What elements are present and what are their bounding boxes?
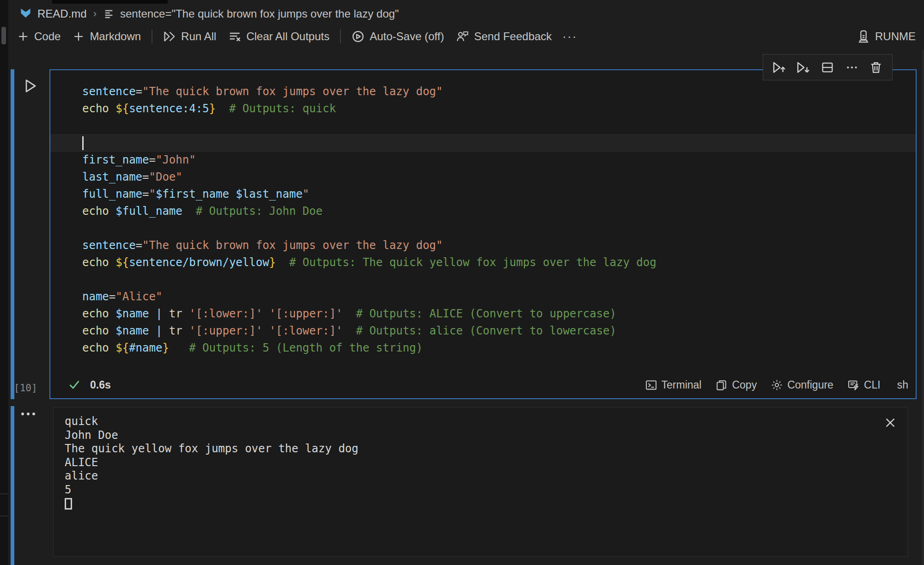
success-check-icon bbox=[68, 378, 81, 391]
code-cell: sentence="The quick brown fox jumps over… bbox=[49, 69, 917, 399]
code-line: echo ${#name} # Outputs: 5 (Length of th… bbox=[50, 340, 916, 357]
scrollbar-gutter[interactable] bbox=[922, 50, 924, 565]
language-picker[interactable]: sh bbox=[894, 379, 908, 391]
output-cursor bbox=[65, 498, 72, 510]
scrollbar-thumb[interactable] bbox=[1, 27, 6, 44]
close-output-icon[interactable] bbox=[883, 416, 897, 430]
breadcrumb-symbol[interactable]: sentence="The quick brown fox jumps over… bbox=[120, 7, 399, 20]
code-line: echo $full_name # Outputs: John Doe bbox=[50, 203, 916, 220]
code-line: name="Alice" bbox=[50, 288, 916, 305]
breadcrumb-file[interactable]: READ.md bbox=[37, 7, 87, 20]
toolbar-divider bbox=[152, 30, 152, 43]
add-code-button[interactable]: Code bbox=[11, 28, 67, 45]
code-line: first_name="John" bbox=[50, 152, 916, 169]
code-line: sentence="The quick brown fox jumps over… bbox=[50, 83, 916, 100]
symbol-list-icon bbox=[103, 8, 115, 20]
cli-lightning-icon bbox=[847, 379, 860, 391]
cli-button[interactable]: CLI bbox=[847, 379, 881, 391]
tab-strip-sliver bbox=[52, 0, 168, 4]
runme-notebook-window: READ.md › sentence="The quick brown fox … bbox=[0, 0, 924, 565]
runme-arrow-icon bbox=[19, 8, 32, 20]
send-feedback-button[interactable]: Send Feedback bbox=[450, 28, 558, 45]
cell-more-button[interactable] bbox=[844, 60, 860, 75]
code-line bbox=[50, 117, 916, 134]
code-line: full_name="$first_name $last_name" bbox=[50, 186, 916, 203]
cell-editor[interactable]: sentence="The quick brown fox jumps over… bbox=[50, 83, 916, 357]
execute-above-button[interactable] bbox=[772, 60, 787, 75]
terminal-button[interactable]: Terminal bbox=[645, 379, 702, 391]
toolbar-more-button[interactable]: ··· bbox=[558, 28, 582, 46]
toolbar-divider bbox=[340, 30, 341, 43]
notebook-toolbar: Code Markdown Run All Clear bbox=[11, 25, 918, 48]
output-line: quick bbox=[65, 415, 359, 429]
code-line bbox=[50, 220, 916, 237]
execution-count: [10] bbox=[14, 383, 37, 394]
output-line: John Doe bbox=[65, 429, 359, 443]
run-all-icon bbox=[163, 30, 176, 43]
copy-button[interactable]: Copy bbox=[715, 379, 757, 391]
plus-icon bbox=[73, 30, 85, 43]
clear-outputs-icon bbox=[228, 30, 241, 43]
execute-below-button[interactable] bbox=[796, 60, 811, 75]
code-line: sentence="The quick brown fox jumps over… bbox=[50, 237, 916, 254]
output-focus-indicator[interactable] bbox=[11, 406, 14, 565]
clear-all-outputs-button[interactable]: Clear All Outputs bbox=[222, 28, 335, 45]
gear-icon bbox=[771, 379, 783, 391]
execution-duration: 0.6s bbox=[90, 379, 111, 391]
split-cell-button[interactable] bbox=[820, 60, 835, 75]
output-line: 5 bbox=[65, 483, 359, 497]
auto-save-icon bbox=[352, 30, 365, 43]
code-line bbox=[50, 271, 916, 288]
plus-icon bbox=[17, 30, 29, 43]
code-line bbox=[50, 134, 916, 152]
run-all-button[interactable]: Run All bbox=[157, 28, 222, 45]
code-line: echo $name | tr '[:upper:]' '[:lower:]' … bbox=[50, 322, 916, 340]
feedback-person-icon bbox=[456, 30, 469, 43]
cell-focus-indicator[interactable] bbox=[11, 69, 14, 399]
code-line: echo ${sentence/brown/yellow} # Outputs:… bbox=[50, 254, 916, 271]
output-line: ALICE bbox=[65, 456, 359, 470]
breadcrumb: READ.md › sentence="The quick brown fox … bbox=[19, 5, 399, 23]
cell-toolbar bbox=[763, 54, 893, 80]
run-cell-button[interactable] bbox=[22, 78, 39, 94]
cell-output-text: quickJohn DoeThe quick yellow fox jumps … bbox=[65, 415, 359, 510]
cell-status-bar: 0.6s Terminal bbox=[50, 371, 916, 398]
configure-button[interactable]: Configure bbox=[771, 379, 833, 391]
runme-logo-icon bbox=[857, 30, 870, 43]
add-markdown-button[interactable]: Markdown bbox=[67, 28, 147, 45]
copy-icon bbox=[715, 379, 728, 391]
delete-cell-button[interactable] bbox=[868, 60, 884, 75]
auto-save-toggle[interactable]: Auto-Save (off) bbox=[346, 28, 450, 45]
code-line: last_name="Doe" bbox=[50, 169, 916, 186]
runme-brand: RUNME bbox=[857, 30, 918, 43]
output-more-button[interactable] bbox=[21, 413, 35, 415]
left-editor-edge bbox=[0, 0, 8, 565]
code-line: echo ${sentence:4:5} # Outputs: quick bbox=[50, 100, 916, 117]
output-line: The quick yellow fox jumps over the lazy… bbox=[65, 442, 359, 456]
breadcrumb-separator: › bbox=[92, 8, 97, 20]
output-line: alice bbox=[65, 469, 359, 483]
code-line: echo $name | tr '[:lower:]' '[:upper:]' … bbox=[50, 305, 916, 322]
terminal-icon bbox=[645, 379, 657, 391]
cell-output-panel: quickJohn DoeThe quick yellow fox jumps … bbox=[53, 407, 908, 557]
text-cursor bbox=[82, 136, 84, 150]
